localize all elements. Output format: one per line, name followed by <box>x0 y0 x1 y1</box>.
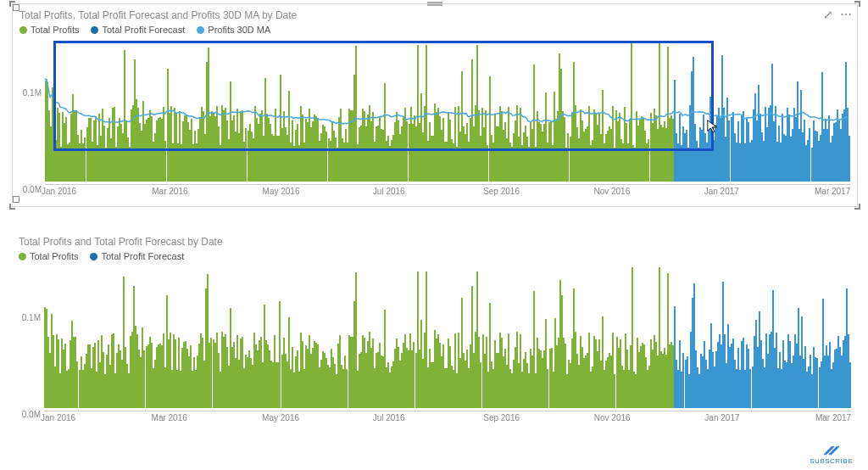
x-tick-label: Nov 2016 <box>593 187 630 196</box>
legend-total-profit-forecast[interactable]: Total Profit Forecast <box>91 25 185 35</box>
legend-total-profit-forecast[interactable]: Total Profit Forecast <box>90 251 184 261</box>
dna-icon <box>822 445 841 456</box>
chart2-plot-area[interactable] <box>44 265 851 409</box>
chart2-x-axis: Jan 2016Mar 2016May 2016Jul 2016Sep 2016… <box>44 411 851 422</box>
x-tick-label: Mar 2016 <box>152 413 187 422</box>
chart2-legend: Total Profits Total Profit Forecast <box>12 249 858 265</box>
resize-handle-tr[interactable] <box>854 1 860 7</box>
x-tick-label: Jul 2016 <box>373 413 405 422</box>
bar-forecast[interactable] <box>849 136 850 182</box>
x-tick-label: Jan 2016 <box>41 413 75 422</box>
focus-mode-icon[interactable]: ⤢ <box>823 8 833 21</box>
chart1-plot-area[interactable] <box>45 38 850 182</box>
y-tick-label: 0.0M <box>23 185 42 194</box>
chart2-y-axis: 0.1M 0.0M <box>17 270 42 414</box>
legend-label: Total Profits <box>31 25 79 35</box>
legend-label: Total Profits <box>30 251 78 261</box>
visual-profits-forecast-ma[interactable]: ⤢ ⋯ Total Profits, Total Profit Forecast… <box>12 3 858 207</box>
x-tick-label: Mar 2017 <box>815 413 851 422</box>
legend-label: Total Profit Forecast <box>102 25 185 35</box>
legend-dot-profits <box>19 253 26 260</box>
legend-label: Total Profit Forecast <box>101 251 184 261</box>
resize-handle-tl[interactable] <box>9 1 15 7</box>
x-tick-label: Sep 2016 <box>483 413 520 422</box>
resize-handle-br[interactable] <box>854 204 860 210</box>
x-tick-label: Jan 2016 <box>42 187 76 196</box>
legend-total-profits[interactable]: Total Profits <box>19 251 78 261</box>
drag-grip-top[interactable] <box>427 2 442 7</box>
x-tick-label: May 2016 <box>263 187 300 196</box>
more-options-icon[interactable]: ⋯ <box>840 8 852 21</box>
legend-profits-30d-ma[interactable]: Profits 30D MA <box>197 25 270 35</box>
chart1-title: Total Profits, Total Profit Forecast and… <box>13 4 857 23</box>
legend-total-profits[interactable]: Total Profits <box>19 25 79 35</box>
x-tick-label: Sep 2016 <box>483 187 520 196</box>
subscribe-label: SUBSCRIBE <box>810 457 853 465</box>
chart1-x-axis: Jan 2016Mar 2016May 2016Jul 2016Sep 2016… <box>45 184 850 196</box>
x-tick-label: Mar 2016 <box>152 187 187 196</box>
legend-dot-forecast <box>90 253 97 260</box>
y-tick-label: 0.0M <box>22 410 41 419</box>
subscribe-badge[interactable]: SUBSCRIBE <box>810 445 853 465</box>
chart2-title: Total Profits and Total Profit Forecast … <box>12 231 858 249</box>
x-tick-label: Mar 2017 <box>815 187 850 196</box>
legend-dot-profits <box>19 26 27 34</box>
y-tick-label: 0.1M <box>22 313 41 322</box>
legend-label: Profits 30D MA <box>208 25 270 35</box>
x-tick-label: May 2016 <box>262 413 299 422</box>
x-tick-label: Jan 2017 <box>704 187 739 196</box>
legend-dot-ma <box>197 26 204 34</box>
x-tick-label: Nov 2016 <box>594 413 631 422</box>
chart1-legend: Total Profits Total Profit Forecast Prof… <box>13 23 857 38</box>
y-tick-label: 0.1M <box>23 88 42 98</box>
x-tick-label: Jan 2017 <box>704 413 739 422</box>
chart1-y-axis: 0.1M 0.0M <box>18 45 43 189</box>
bar-forecast[interactable] <box>849 362 851 408</box>
legend-dot-forecast <box>91 26 98 34</box>
visual-profits-forecast[interactable]: Total Profits and Total Profit Forecast … <box>12 231 858 434</box>
resize-handle-bl[interactable] <box>9 204 15 210</box>
x-tick-label: Jul 2016 <box>373 187 405 196</box>
